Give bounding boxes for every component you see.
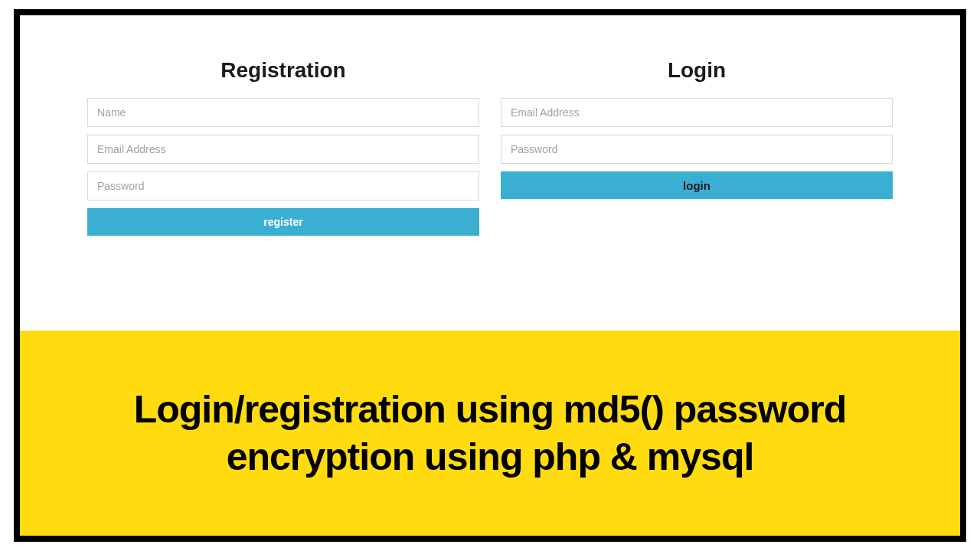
- outer-frame: Registration register Login login Login/…: [14, 9, 966, 542]
- registration-heading: Registration: [87, 58, 479, 83]
- caption-band: Login/registration using md5() password …: [20, 331, 960, 536]
- login-password-input[interactable]: [501, 135, 893, 164]
- registration-form: Registration register: [87, 58, 479, 236]
- password-input[interactable]: [87, 171, 479, 201]
- login-form: Login login: [501, 58, 893, 236]
- login-button[interactable]: login: [501, 171, 893, 199]
- register-button[interactable]: register: [87, 208, 479, 236]
- caption-text: Login/registration using md5() password …: [66, 386, 914, 481]
- login-email-input[interactable]: [501, 98, 893, 127]
- login-heading: Login: [501, 58, 893, 83]
- name-input[interactable]: [87, 98, 479, 127]
- forms-container: Registration register Login login: [87, 58, 893, 236]
- email-input[interactable]: [87, 135, 479, 164]
